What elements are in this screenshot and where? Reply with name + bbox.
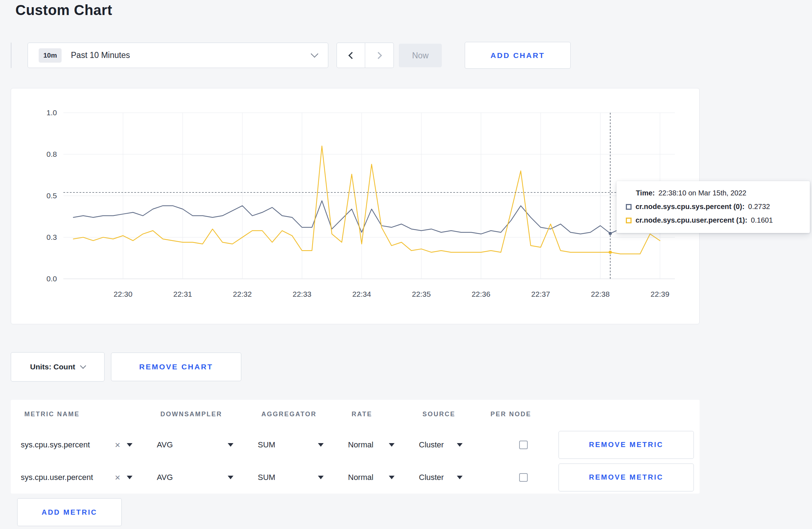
rate-select[interactable]: Normal [338, 473, 409, 482]
row-actions: REMOVE METRIC [546, 464, 700, 491]
metric-name-select[interactable]: sys.cpu.user.percent × [11, 473, 147, 482]
y-axis-tick-label: 0.3 [47, 233, 57, 241]
time-prev-button[interactable] [337, 43, 365, 68]
crosshair-point [609, 251, 612, 254]
x-axis-tick-label: 22:38 [591, 290, 610, 298]
downsampler-value: AVG [157, 440, 173, 450]
time-range-badge: 10m [39, 48, 62, 63]
chevron-down-icon [311, 50, 318, 58]
timeseries-chart[interactable]: 1.00.80.50.30.022:3022:3122:3222:3322:34… [11, 88, 700, 325]
units-dropdown[interactable]: Units: Count [11, 352, 105, 382]
x-axis-tick-label: 22:35 [412, 290, 431, 298]
tooltip-series-label: cr.node.sys.cpu.sys.percent (0): [635, 203, 745, 211]
chevron-left-icon [348, 52, 356, 59]
metric-name-value: sys.cpu.sys.percent [21, 440, 90, 450]
remove-chart-button[interactable]: REMOVE CHART [111, 353, 241, 381]
now-button[interactable]: Now [399, 44, 442, 67]
caret-down-icon [318, 476, 324, 479]
crosshair-point [609, 232, 612, 235]
y-axis-tick-label: 0.5 [47, 191, 57, 200]
x-axis-tick-label: 22:36 [472, 290, 490, 298]
y-axis-tick-label: 1.0 [47, 108, 57, 117]
aggregator-select[interactable]: SUM [248, 473, 338, 482]
col-header-aggregator: AGGREGATOR [248, 411, 338, 418]
downsampler-select[interactable]: AVG [147, 473, 248, 482]
clear-metric-icon[interactable]: × [115, 440, 120, 450]
metric-name-select[interactable]: sys.cpu.sys.percent × [11, 440, 147, 450]
tooltip-series-label: cr.node.sys.cpu.user.percent (1): [635, 216, 747, 224]
x-axis-tick-label: 22:32 [233, 290, 252, 298]
add-chart-button[interactable]: ADD CHART [465, 42, 571, 69]
per-node-cell [477, 441, 546, 449]
aggregator-value: SUM [258, 473, 275, 482]
tooltip-series-row: cr.node.sys.cpu.sys.percent (0): 0.2732 [626, 203, 801, 211]
col-header-downsampler: DOWNSAMPLER [147, 411, 248, 418]
per-node-cell [477, 473, 546, 482]
tooltip-series-value: 0.2732 [748, 203, 770, 211]
row-actions: REMOVE METRIC [546, 431, 700, 459]
col-header-metric-name: METRIC NAME [11, 411, 147, 418]
per-node-checkbox[interactable] [519, 441, 528, 449]
caret-down-icon [457, 443, 463, 447]
tooltip-time-row: Time: 22:38:10 on Mar 15th, 2022 [626, 189, 801, 197]
remove-metric-button[interactable]: REMOVE METRIC [559, 464, 694, 491]
caret-down-icon [127, 443, 132, 447]
metrics-table-header: METRIC NAME DOWNSAMPLER AGGREGATOR RATE … [11, 400, 700, 428]
x-axis-tick-label: 22:34 [352, 290, 371, 298]
metrics-table: METRIC NAME DOWNSAMPLER AGGREGATOR RATE … [11, 400, 700, 494]
per-node-checkbox[interactable] [519, 473, 528, 482]
chart-panel: 1.00.80.50.30.022:3022:3122:3222:3322:34… [11, 88, 700, 324]
add-metric-button[interactable]: ADD METRIC [17, 498, 122, 526]
caret-down-icon [457, 476, 463, 479]
x-axis-tick-label: 22:31 [173, 290, 192, 298]
chevron-right-icon [375, 52, 382, 59]
table-row: sys.cpu.sys.percent × AVG SUM Normal Clu… [11, 428, 700, 461]
metric-name-value: sys.cpu.user.percent [21, 473, 93, 482]
chart-tooltip: Time: 22:38:10 on Mar 15th, 2022 cr.node… [617, 181, 810, 233]
x-axis-tick-label: 22:33 [293, 290, 311, 298]
caret-down-icon [127, 476, 132, 479]
x-axis-tick-label: 22:37 [531, 290, 550, 298]
table-row: sys.cpu.user.percent × AVG SUM Normal Cl… [11, 461, 700, 494]
series-line-cr.node.sys.cpu.user.percent [73, 146, 660, 254]
tooltip-series-row: cr.node.sys.cpu.user.percent (1): 0.1601 [626, 216, 801, 224]
source-select[interactable]: Cluster [409, 473, 477, 482]
rate-value: Normal [348, 440, 373, 450]
rate-select[interactable]: Normal [338, 440, 409, 450]
remove-metric-button[interactable]: REMOVE METRIC [559, 431, 694, 459]
caret-down-icon [228, 476, 233, 479]
tooltip-series-value: 0.1601 [751, 216, 773, 224]
clear-metric-icon[interactable]: × [115, 473, 120, 482]
x-axis-tick-label: 22:39 [651, 290, 670, 298]
caret-down-icon [389, 476, 395, 479]
series-sys-swatch-icon [626, 204, 632, 210]
source-value: Cluster [419, 473, 444, 482]
col-header-rate: RATE [338, 411, 409, 418]
time-range-label: Past 10 Minutes [71, 50, 130, 60]
time-next-button[interactable] [365, 43, 394, 68]
series-user-swatch-icon [626, 218, 632, 223]
aggregator-select[interactable]: SUM [248, 440, 338, 450]
source-select[interactable]: Cluster [409, 440, 477, 450]
downsampler-value: AVG [157, 473, 173, 482]
units-dropdown-label: Units: Count [30, 363, 75, 371]
tooltip-time-value: 22:38:10 on Mar 15th, 2022 [658, 189, 746, 197]
page-title: Custom Chart [15, 2, 112, 18]
source-value: Cluster [419, 440, 444, 450]
col-header-per-node: PER NODE [477, 411, 546, 418]
time-range-dropdown[interactable]: 10m Past 10 Minutes [28, 43, 328, 68]
chevron-down-icon [80, 363, 86, 369]
aggregator-value: SUM [258, 440, 275, 450]
downsampler-select[interactable]: AVG [147, 440, 248, 450]
col-header-source: SOURCE [409, 411, 477, 418]
toolbar-divider [11, 43, 11, 68]
rate-value: Normal [348, 473, 373, 482]
caret-down-icon [228, 443, 233, 447]
time-nav-group [337, 43, 394, 68]
x-axis-tick-label: 22:30 [113, 290, 132, 298]
tooltip-time-label: Time: [636, 189, 655, 197]
caret-down-icon [318, 443, 324, 447]
caret-down-icon [389, 443, 395, 447]
y-axis-tick-label: 0.0 [47, 275, 57, 283]
y-axis-tick-label: 0.8 [47, 150, 57, 158]
